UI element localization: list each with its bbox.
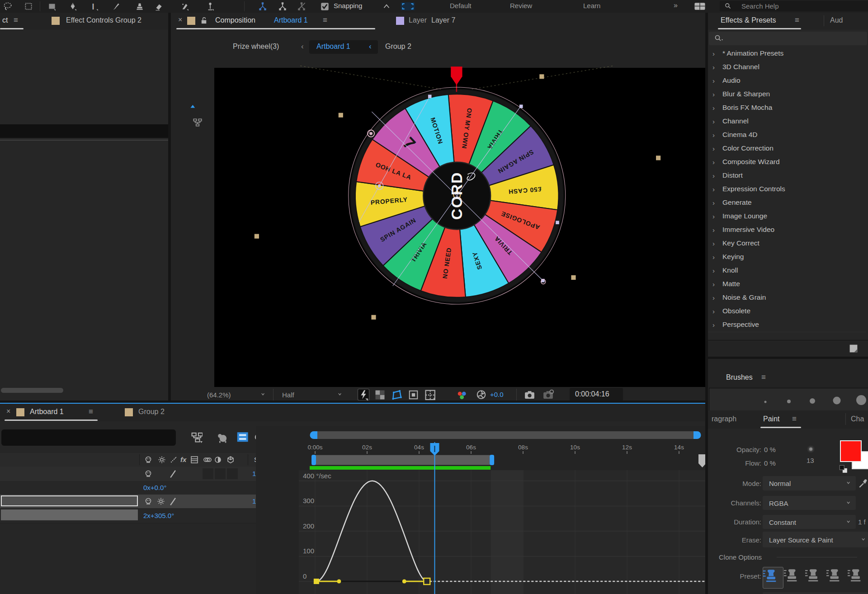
effects-search-field[interactable] [709,32,867,45]
comp-tab-kind[interactable]: Composition [215,16,255,24]
chevron-right-icon[interactable]: › [712,253,715,261]
effects-category-knoll[interactable]: ›Knoll [708,264,866,278]
zoom-dropdown[interactable]: (64.2%) [203,388,270,401]
show-snapshot-icon[interactable] [542,389,555,401]
exposure-value[interactable]: +0.0 [490,391,504,398]
audio-tab-partial[interactable]: Aud [830,16,843,24]
snapshot-icon[interactable] [524,389,536,401]
graph-editor[interactable]: 0:00s02s04s06s08s10s12s14s400 °/sec30020… [256,426,705,594]
effects-category-obsolete[interactable]: ›Obsolete [708,305,866,319]
breadcrumb-current-box[interactable]: Artboard 1 ‹ [309,40,378,54]
puppet-tool-icon[interactable] [205,1,215,11]
opacity-value[interactable]: 0 % [764,446,776,453]
effects-category-matte[interactable]: ›Matte [708,278,866,292]
foreground-color-swatch[interactable] [840,440,862,462]
chevron-right-icon[interactable]: › [712,50,715,57]
brushes-tab[interactable]: Brushes [726,373,753,382]
layer-row-selected[interactable]: 100.0% [0,495,299,509]
transparency-grid-icon[interactable] [374,389,386,401]
timecode-box[interactable]: 0:00:04:16 [570,388,623,401]
channel-rgb-icon[interactable] [456,389,467,401]
timeline-hscrollbar[interactable] [310,431,701,439]
effects-category-generate[interactable]: ›Generate [708,196,866,210]
comp-tab-close-icon[interactable]: × [178,16,182,24]
frame-blend-master-icon[interactable] [236,430,249,443]
search-help-field[interactable]: Search Help [720,1,868,11]
clone-preset-1[interactable] [763,567,783,589]
effects-category-boris-fx-mocha[interactable]: ›Boris FX Mocha [708,101,866,115]
collapse-toggle-icon[interactable] [156,497,165,506]
layer-tab-kind[interactable]: Layer [409,16,427,24]
property-bar[interactable] [1,509,138,520]
rotobrush-tool-icon[interactable] [180,1,190,11]
grid-guides-icon[interactable] [423,389,437,401]
frame-blend-column-icon[interactable] [190,455,199,464]
chevron-right-icon[interactable]: › [712,280,715,288]
effect-controls-hscrollbar[interactable] [1,388,63,393]
layer-row[interactable]: 100.0% [0,467,299,481]
effects-category-blur-sharpen[interactable]: ›Blur & Sharpen [708,88,866,102]
rotation-value[interactable]: 0x+0.0° [143,484,166,491]
effects-category--animation-presets[interactable]: ›* Animation Presets [708,47,866,61]
chevron-right-icon[interactable]: › [712,226,715,234]
eraser-tool-icon[interactable] [154,1,164,11]
effects-category-audio[interactable]: ›Audio [708,74,866,88]
mask-visibility-icon[interactable] [391,389,403,401]
rotation-value2[interactable]: 2x+305.0° [143,512,174,519]
rotation-property-row2[interactable]: 2x+305.0° [0,508,299,523]
breadcrumb-current[interactable]: Artboard 1 [316,42,350,51]
chevron-right-icon[interactable]: › [712,90,715,98]
effects-category-noise-grain[interactable]: ›Noise & Grain [708,291,866,305]
type-tool-icon[interactable]: I [90,1,99,11]
chevron-right-icon[interactable]: › [712,118,715,125]
workspace-overflow[interactable]: » [674,1,678,9]
clone-preset-2[interactable] [784,567,804,588]
clone-preset-3[interactable] [805,567,825,588]
paragraph-tab-partial[interactable]: ragraph [712,415,736,423]
adjustment-column-icon[interactable] [213,455,222,464]
timeline-tab2[interactable]: Group 2 [138,408,165,416]
comp-tab-name[interactable]: Artboard 1 [274,16,308,24]
effects-category-color-correction[interactable]: ›Color Correction [708,142,866,156]
threed-column-icon[interactable] [226,455,235,464]
mode-dropdown[interactable]: Normal [763,476,856,490]
lock-open-icon[interactable] [200,16,208,25]
chevron-right-icon[interactable]: › [712,145,715,152]
chevron-right-icon[interactable]: › [712,131,715,139]
project-tab-partial[interactable]: ct [2,16,8,24]
source-dropdown[interactable]: Current Layer [763,592,868,594]
collapse-column-icon[interactable] [157,455,166,464]
shy-toggle-icon[interactable] [144,469,153,478]
effects-category-image-lounge[interactable]: ›Image Lounge [708,210,866,224]
effects-category-channel[interactable]: ›Channel [708,115,866,129]
chevron-right-icon[interactable]: › [712,63,715,71]
project-tab-menu-icon[interactable]: ≡ [14,16,18,25]
duration-frames[interactable]: 1 f [858,518,866,526]
keyframe-end[interactable] [424,578,430,585]
chevron-right-icon[interactable]: › [712,158,715,166]
brush-tool-icon[interactable] [111,1,121,11]
chevron-right-icon[interactable]: › [712,212,715,220]
chevron-right-icon[interactable]: › [712,77,715,85]
lasso-tool-icon[interactable] [3,1,13,11]
fast-preview-icon[interactable] [357,388,370,401]
effects-category-cinema-4d[interactable]: ›Cinema 4D [708,128,866,142]
stamp-tool-icon[interactable] [135,1,145,11]
timeline-tab-close-icon[interactable]: × [6,407,10,415]
workspace-default[interactable]: Default [450,2,472,9]
mini-flowchart-icon[interactable] [193,118,203,127]
keyframe-start[interactable] [314,579,319,584]
effects-category-immersive-video[interactable]: ›Immersive Video [708,223,866,237]
effects-presets-menu-icon[interactable]: ≡ [795,16,799,25]
snap-node-icon[interactable] [258,1,268,11]
rotation-property-row[interactable]: 0x+0.0° [0,481,299,495]
timeline-tab1[interactable]: Artboard 1 [30,408,64,416]
eyedropper-icon[interactable] [858,477,868,488]
effects-category-composite-wizard[interactable]: ›Composite Wizard [708,156,866,170]
effects-category-3d-channel[interactable]: ›3D Channel [708,61,866,75]
breadcrumb-root[interactable]: Prize wheel(3) [233,42,279,51]
workspace-learn[interactable]: Learn [583,2,600,9]
motion-blur-column-icon[interactable] [203,455,212,464]
character-tab-partial[interactable]: Cha [851,415,864,423]
paint-tab[interactable]: Paint [763,415,779,423]
